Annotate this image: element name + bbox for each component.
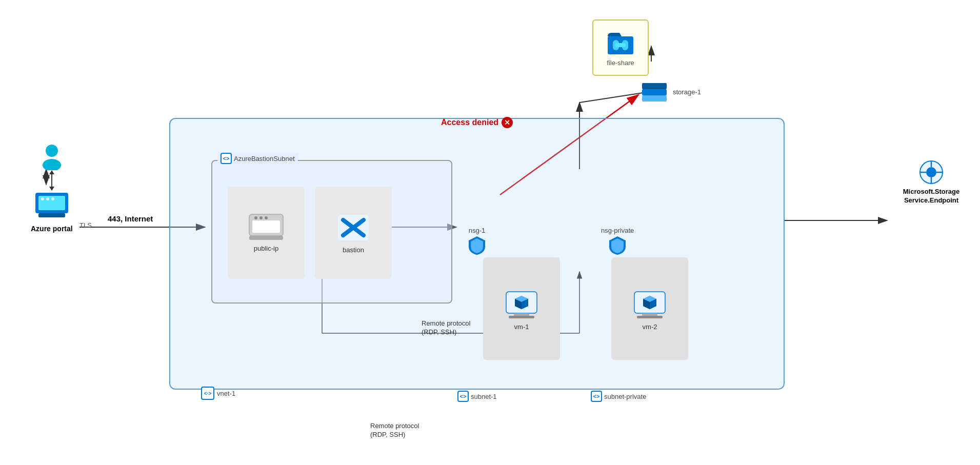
subnet-private-label: subnet-private xyxy=(604,393,646,400)
public-ip-icon xyxy=(248,213,284,241)
vnet-text-label: vnet-1 xyxy=(217,390,235,397)
svg-rect-22 xyxy=(38,213,65,217)
svg-point-27 xyxy=(254,216,257,219)
azure-portal-label: Azure portal xyxy=(31,225,73,233)
ms-endpoint-icon xyxy=(918,159,945,186)
vm1-label: vm-1 xyxy=(514,323,529,331)
file-share-label: file-share xyxy=(607,59,634,67)
nsg-private-icon xyxy=(608,235,627,256)
vm2-box: vm-2 xyxy=(611,257,688,360)
subnet1-label: subnet-1 xyxy=(471,393,497,400)
vnet-icon: <·> xyxy=(201,387,214,400)
bastion-icon xyxy=(335,212,371,243)
svg-text:<>: <> xyxy=(223,155,230,161)
person-icon xyxy=(38,144,65,170)
storage-container: storage-1 xyxy=(641,81,701,103)
bastion-subnet-icon: <> xyxy=(221,153,232,164)
file-share-icon xyxy=(605,29,636,57)
svg-point-54 xyxy=(926,167,936,177)
svg-rect-38 xyxy=(509,316,534,318)
azure-portal-section: Azure portal xyxy=(31,144,73,233)
svg-rect-49 xyxy=(615,43,626,47)
storage-label: storage-1 xyxy=(673,88,701,96)
access-denied-label: Access denied ✕ xyxy=(441,117,513,128)
nsg1-label: nsg-1 xyxy=(469,227,486,234)
vm1-box: vm-1 xyxy=(483,257,560,360)
vm2-icon xyxy=(632,287,668,320)
subnet1-container: <> subnet-1 xyxy=(457,391,497,402)
svg-rect-50 xyxy=(642,95,667,102)
nsg1-icon xyxy=(468,235,486,256)
file-share-container: file-share xyxy=(592,19,649,76)
svg-text:<>: <> xyxy=(593,393,600,399)
svg-point-21 xyxy=(51,197,54,200)
svg-point-19 xyxy=(41,197,44,200)
subnet1-icon: <> xyxy=(457,391,469,402)
bastion-label: bastion xyxy=(343,246,364,254)
bastion-box: bastion xyxy=(315,187,392,279)
tls-label: TLS xyxy=(79,220,92,230)
svg-rect-43 xyxy=(637,316,663,318)
remote-protocol-1-label: Remote protocol (RDP, SSH) xyxy=(422,319,470,336)
nsg-private-container: nsg-private xyxy=(601,227,634,256)
ms-endpoint-container: Microsoft.Storage Service.Endpoint xyxy=(898,159,965,205)
svg-text:<>: <> xyxy=(460,393,467,399)
subnet-private-container: <> subnet-private xyxy=(591,391,646,402)
svg-rect-51 xyxy=(642,89,667,95)
svg-point-16 xyxy=(43,159,61,170)
public-ip-box: public-ip xyxy=(228,187,305,279)
connection-label: 443, Internet xyxy=(108,214,153,224)
svg-line-12 xyxy=(579,92,646,103)
storage-icon xyxy=(641,81,668,103)
portal-box-icon xyxy=(33,191,70,219)
svg-rect-52 xyxy=(642,83,667,89)
svg-point-28 xyxy=(259,216,263,219)
nsg1-container: nsg-1 xyxy=(468,227,486,256)
svg-text:<·>: <·> xyxy=(204,391,212,396)
vnet-box: <> AzureBastionSubnet public-ip xyxy=(169,118,785,390)
svg-rect-26 xyxy=(252,220,280,233)
remote-protocol-2-label: Remote protocol (RDP, SSH) xyxy=(370,421,419,438)
svg-rect-30 xyxy=(249,236,283,240)
bastion-subnet-box: <> AzureBastionSubnet public-ip xyxy=(211,160,452,304)
vm1-icon xyxy=(504,287,539,320)
bastion-subnet-label: AzureBastionSubnet xyxy=(234,155,295,163)
denied-icon: ✕ xyxy=(502,117,513,128)
vnet-label: <·> vnet-1 xyxy=(201,387,235,400)
ms-endpoint-label: Microsoft.Storage Service.Endpoint xyxy=(903,188,960,205)
nsg-private-label: nsg-private xyxy=(601,227,634,234)
svg-point-15 xyxy=(46,145,58,157)
public-ip-label: public-ip xyxy=(254,245,278,252)
vm2-label: vm-2 xyxy=(643,323,657,331)
file-share-box: file-share xyxy=(592,19,649,76)
svg-point-20 xyxy=(46,197,49,200)
svg-point-29 xyxy=(265,216,268,219)
subnet-private-icon: <> xyxy=(591,391,602,402)
